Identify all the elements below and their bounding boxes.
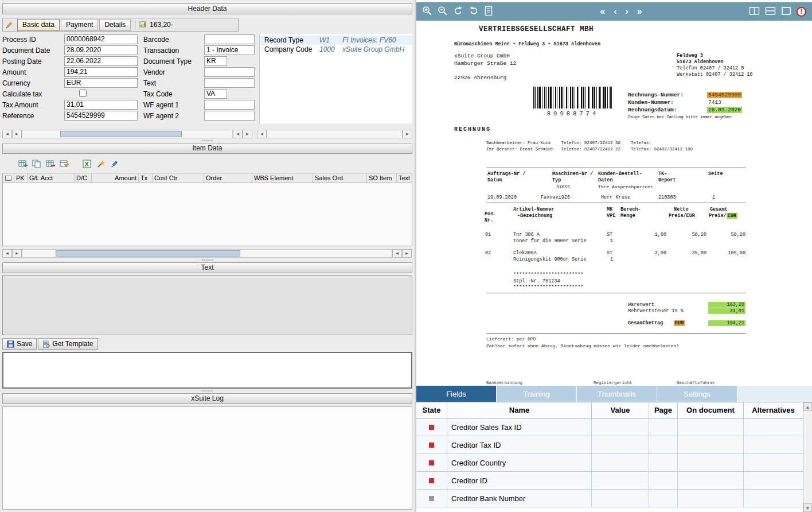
process-id-input[interactable]: 0000068942 (64, 34, 138, 44)
zoom-out-icon[interactable] (438, 6, 448, 18)
field-page-cell[interactable] (649, 490, 678, 507)
tab-payment[interactable]: Payment (61, 19, 98, 31)
field-row[interactable]: Creditor Tax ID (416, 436, 803, 454)
jump-to-row-button[interactable] (58, 159, 70, 170)
col-sales-ord[interactable]: Sales Ord. (313, 173, 367, 183)
scroll-left-button[interactable]: ◄ (257, 130, 267, 138)
copy-row-button[interactable] (31, 159, 42, 170)
tab-basic-data[interactable]: Basic data (17, 19, 60, 31)
grand-total-currency[interactable]: EUR (674, 320, 685, 326)
validation-warning-icon[interactable]: ! (797, 7, 806, 17)
barcode-input[interactable] (204, 34, 255, 44)
col-gl-acct[interactable]: G/L Acct (28, 173, 75, 183)
col-so-item[interactable]: SO Item (367, 173, 397, 183)
delete-row-button[interactable] (45, 159, 56, 170)
field-alternatives-cell[interactable] (744, 436, 803, 453)
document-viewport[interactable]: VERTRIEBSGESELLSCHAFT MBH Büromaschinen … (416, 21, 812, 386)
scroll-left-button[interactable]: ◄ (233, 130, 243, 138)
currency-highlight[interactable]: EUR (727, 213, 737, 219)
document-type-input[interactable]: KR (204, 56, 227, 66)
wf-agent-2-input[interactable] (204, 111, 255, 121)
posting-date-input[interactable]: 22.06.2022 (64, 56, 138, 66)
scroll-right-button[interactable]: ► (12, 130, 22, 138)
field-page-cell[interactable] (649, 454, 678, 471)
tab-fields[interactable]: Fields (416, 386, 497, 402)
splitter-grip[interactable] (2, 389, 412, 393)
col-pk[interactable]: PK (14, 173, 28, 183)
scrollbar-track[interactable] (22, 249, 392, 258)
vendor-input[interactable] (204, 67, 255, 77)
field-row[interactable]: Creditor Bank Number (416, 490, 803, 507)
scrollbar-thumb[interactable] (56, 250, 240, 257)
tab-settings[interactable]: Settings (657, 386, 737, 402)
scroll-right-button[interactable]: ► (243, 130, 252, 138)
scroll-right-button[interactable]: ► (403, 130, 412, 138)
field-value-cell[interactable] (592, 436, 649, 453)
tab-training[interactable]: Training (497, 386, 577, 402)
scrollbar-track[interactable] (22, 130, 233, 138)
invoice-number-value[interactable]: 5454529999 (707, 92, 742, 98)
field-value-cell[interactable] (592, 490, 649, 507)
tax-amount-input[interactable]: 31,01 (64, 100, 138, 110)
fields-table-vscrollbar[interactable]: ▲ ▼ (803, 402, 812, 512)
scroll-right-button[interactable]: ► (402, 249, 412, 258)
field-name-cell[interactable]: Creditor Sales Tax ID (447, 418, 592, 436)
field-name-cell[interactable]: Creditor ID (447, 472, 592, 489)
single-window-icon[interactable] (781, 6, 791, 17)
splitter-grip[interactable] (2, 138, 412, 143)
field-name-cell[interactable]: Creditor Tax ID (447, 436, 592, 453)
field-alternatives-cell[interactable] (744, 418, 803, 436)
col-tx[interactable]: Tx (139, 173, 153, 183)
col-wbs-element[interactable]: WBS Element (252, 173, 313, 183)
wf-agent-1-input[interactable] (204, 100, 255, 110)
document-info-icon[interactable] (484, 6, 493, 18)
vat-value[interactable]: 31,01 (708, 308, 745, 314)
scrollbar-thumb[interactable] (60, 131, 182, 137)
field-value-cell[interactable] (592, 454, 649, 471)
field-value-cell[interactable] (592, 418, 649, 436)
field-alternatives-cell[interactable] (744, 454, 803, 471)
text-field-input[interactable] (204, 78, 255, 88)
scroll-down-button[interactable]: ▼ (803, 503, 812, 512)
item-table-hscrollbar[interactable]: ◄ ► ◄ ► (2, 249, 412, 258)
get-template-button[interactable]: Get Template (38, 338, 97, 350)
field-row[interactable]: Creditor Sales Tax ID (416, 418, 803, 436)
field-row[interactable]: Creditor Country (416, 454, 803, 472)
field-on-document-cell[interactable] (678, 490, 744, 507)
field-on-document-cell[interactable] (678, 436, 744, 453)
field-page-cell[interactable] (649, 418, 678, 436)
calculate-tax-checkbox[interactable] (79, 90, 87, 97)
field-alternatives-cell[interactable] (744, 490, 803, 507)
select-all-icon[interactable] (3, 173, 14, 183)
field-page-cell[interactable] (649, 472, 678, 489)
col-text[interactable]: Text (397, 173, 412, 183)
field-value-cell[interactable] (592, 472, 649, 489)
scroll-left-button[interactable]: ◄ (2, 249, 12, 258)
tax-code-input[interactable]: VA (204, 89, 227, 99)
rotate-right-icon[interactable] (469, 6, 479, 18)
net-total-value[interactable]: 163,20 (708, 302, 745, 308)
insert-row-button[interactable] (17, 159, 29, 170)
next-page-button[interactable]: › (624, 7, 630, 16)
reference-input[interactable]: 5454529999 (64, 111, 138, 121)
col-amount[interactable]: Amount (92, 173, 139, 183)
field-alternatives-cell[interactable] (744, 472, 803, 489)
save-button[interactable]: Save (2, 338, 37, 350)
edit-pencil-icon[interactable] (5, 21, 14, 29)
currency-input[interactable]: EUR (64, 78, 138, 88)
info-panel-hscrollbar[interactable]: ◄ ► (257, 129, 412, 138)
export-excel-button[interactable]: X (81, 159, 93, 170)
field-name-cell[interactable]: Creditor Bank Number (447, 490, 592, 507)
clear-items-button[interactable] (109, 159, 120, 170)
rotate-left-icon[interactable] (453, 6, 463, 18)
split-vertical-icon[interactable] (749, 6, 760, 17)
propose-items-button[interactable] (95, 159, 107, 170)
splitter-grip[interactable] (2, 258, 412, 262)
grand-total-value[interactable]: 194,21 (708, 320, 745, 326)
field-on-document-cell[interactable] (678, 472, 744, 489)
zoom-in-icon[interactable] (422, 6, 432, 18)
col-dc[interactable]: D/C (75, 173, 92, 183)
col-order[interactable]: Order (204, 173, 252, 183)
split-horizontal-icon[interactable] (765, 6, 776, 17)
field-on-document-cell[interactable] (678, 454, 744, 471)
